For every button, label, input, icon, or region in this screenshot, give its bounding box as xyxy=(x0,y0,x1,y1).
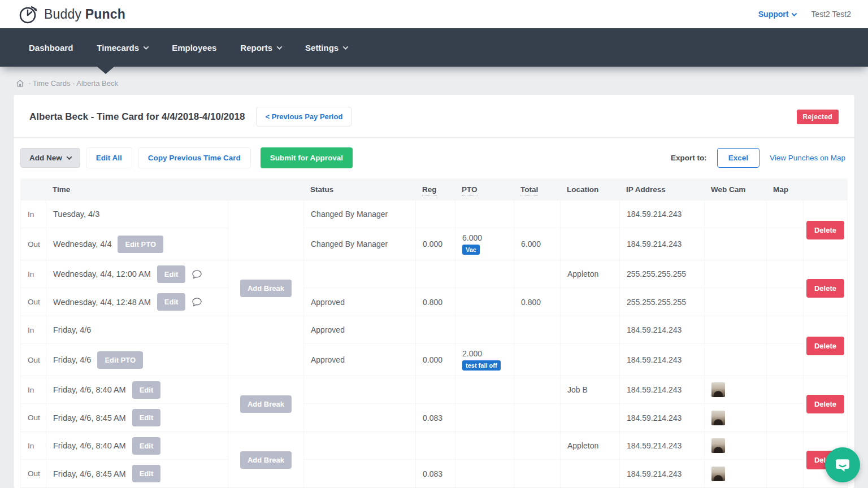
previous-pay-period-button[interactable]: < Previous Pay Period xyxy=(256,107,351,127)
webcam-cell xyxy=(705,344,767,376)
column-header-webcam: Web Cam xyxy=(704,178,766,201)
add-break-button[interactable]: Add Break xyxy=(240,451,292,469)
edit-punch-button[interactable]: Edit xyxy=(132,409,161,426)
column-header-reg[interactable]: Reg xyxy=(422,185,437,195)
add-break-button[interactable]: Add Break xyxy=(240,280,292,297)
timecard-row-pair: InTuesday, 4/3Changed By Manager184.59.2… xyxy=(20,201,848,260)
webcam-thumbnail[interactable] xyxy=(711,411,725,425)
webcam-thumbnail[interactable] xyxy=(711,382,725,397)
time-cell: Wednesday, 4/4Edit PTO xyxy=(46,228,228,260)
chevron-down-icon xyxy=(277,44,283,50)
nav-item-settings[interactable]: Settings xyxy=(293,28,359,67)
status-badge: Rejected xyxy=(797,110,839,124)
map-cell xyxy=(767,432,804,460)
status-cell xyxy=(304,432,416,460)
comment-icon[interactable] xyxy=(192,269,202,280)
edit-punch-button[interactable]: Edit xyxy=(132,465,161,482)
pto-type-badge: Vac xyxy=(462,245,480,255)
edit-punch-button[interactable]: Edit xyxy=(132,381,161,399)
nav-item-timecards[interactable]: Timecards xyxy=(85,28,160,67)
submit-for-approval-button[interactable]: Submit for Approval xyxy=(261,147,353,168)
delete-button[interactable]: Delete xyxy=(806,395,844,413)
total-value-cell: 0.800 xyxy=(514,288,561,316)
delete-button[interactable]: Delete xyxy=(806,337,844,355)
delete-button[interactable]: Delete xyxy=(806,221,844,239)
timecard-row-pair: InWednesday, 4/4, 12:00 AMEditAppleton25… xyxy=(20,260,848,316)
total-value-cell xyxy=(514,316,561,344)
webcam-thumbnail[interactable] xyxy=(711,467,725,481)
webcam-thumbnail[interactable] xyxy=(711,438,725,453)
delete-cell: Delete xyxy=(804,201,848,260)
edit-punch-button[interactable]: Edit xyxy=(132,437,161,455)
location-cell xyxy=(561,404,620,432)
edit-all-button[interactable]: Edit All xyxy=(86,147,132,168)
edit-punch-button[interactable]: Edit xyxy=(157,293,186,311)
reg-value-cell: 0.083 xyxy=(416,404,455,432)
comment-icon[interactable] xyxy=(192,297,202,307)
chat-launcher-button[interactable] xyxy=(825,447,860,482)
inout-cell: In xyxy=(21,432,46,460)
column-header-pto[interactable]: PTO xyxy=(462,185,478,195)
inout-cell: Out xyxy=(21,288,46,316)
row-direction-label: Out xyxy=(28,356,40,364)
home-icon[interactable] xyxy=(16,79,24,88)
column-header-time: Time xyxy=(46,178,228,201)
user-menu[interactable]: Test2 Test2 xyxy=(811,10,851,19)
inout-cell: Out xyxy=(21,344,46,376)
chat-bubble-icon xyxy=(835,457,850,473)
nav-item-label: Employees xyxy=(172,43,216,53)
row-direction-label: Out xyxy=(28,298,40,306)
status-cell: Approved xyxy=(304,316,416,344)
nav-item-reports[interactable]: Reports xyxy=(228,28,293,67)
punch-time-label: Friday, 4/6, 8:45 AM xyxy=(53,469,126,478)
column-header-ip: IP Address xyxy=(619,178,704,201)
punch-time-label: Friday, 4/6 xyxy=(53,355,91,364)
add-break-button[interactable]: Add Break xyxy=(240,395,292,413)
reg-value-cell xyxy=(416,201,455,228)
status-cell: Approved xyxy=(304,288,416,316)
chevron-down-icon xyxy=(144,44,149,50)
edit-pto-button[interactable]: Edit PTO xyxy=(97,351,143,369)
nav-item-employees[interactable]: Employees xyxy=(160,28,228,67)
export-excel-button[interactable]: Excel xyxy=(717,148,760,168)
punch-time-label: Wednesday, 4/4 xyxy=(53,239,111,249)
view-punches-on-map-link[interactable]: View Punches on Map xyxy=(770,154,845,162)
support-menu[interactable]: Support xyxy=(758,10,797,19)
table-header-row: Time Status Reg PTO Total Location IP Ad… xyxy=(20,178,848,201)
pto-value-cell xyxy=(455,260,514,288)
reg-value-cell: 0.000 xyxy=(416,344,455,376)
punch-time-label: Tuesday, 4/3 xyxy=(53,210,99,219)
add-new-button[interactable]: Add New xyxy=(20,148,80,168)
webcam-cell xyxy=(705,316,767,344)
chevron-down-icon xyxy=(792,11,797,16)
delete-cell: Delete xyxy=(804,316,848,376)
map-cell xyxy=(767,201,804,228)
brand-logo[interactable]: Buddy Punch xyxy=(17,3,125,25)
status-cell xyxy=(304,260,416,288)
pto-value-cell: 2.000test fall off xyxy=(455,344,514,376)
ip-address-cell: 184.59.214.243 xyxy=(620,201,705,228)
delete-cell: Delete xyxy=(804,260,848,316)
ip-address-cell: 184.59.214.243 xyxy=(620,376,705,404)
chevron-down-icon xyxy=(343,44,349,50)
pto-value-cell: 6.000Vac xyxy=(455,228,514,260)
nav-item-label: Reports xyxy=(240,43,272,53)
header-spacer xyxy=(20,178,46,201)
nav-item-dashboard[interactable]: Dashboard xyxy=(17,28,85,67)
location-cell xyxy=(561,316,620,344)
punch-time-label: Friday, 4/6, 8:40 AM xyxy=(53,441,126,450)
timecard-row-pair: InFriday, 4/6, 8:40 AMEditJob B184.59.21… xyxy=(20,376,848,432)
copy-previous-timecard-button[interactable]: Copy Previous Time Card xyxy=(138,147,251,168)
status-cell xyxy=(304,460,416,487)
location-cell xyxy=(561,460,620,487)
time-cell: Wednesday, 4/4, 12:00 AMEdit xyxy=(46,260,228,288)
add-new-label: Add New xyxy=(29,154,62,162)
pto-value-cell xyxy=(455,432,514,460)
reg-value-cell: 0.800 xyxy=(416,288,455,316)
column-header-total[interactable]: Total xyxy=(520,185,538,195)
edit-pto-button[interactable]: Edit PTO xyxy=(118,236,163,253)
delete-button[interactable]: Delete xyxy=(806,279,844,298)
edit-punch-button[interactable]: Edit xyxy=(157,265,186,283)
inout-cell: In xyxy=(21,201,46,228)
ip-address-cell: 255.255.255.255 xyxy=(620,260,705,288)
